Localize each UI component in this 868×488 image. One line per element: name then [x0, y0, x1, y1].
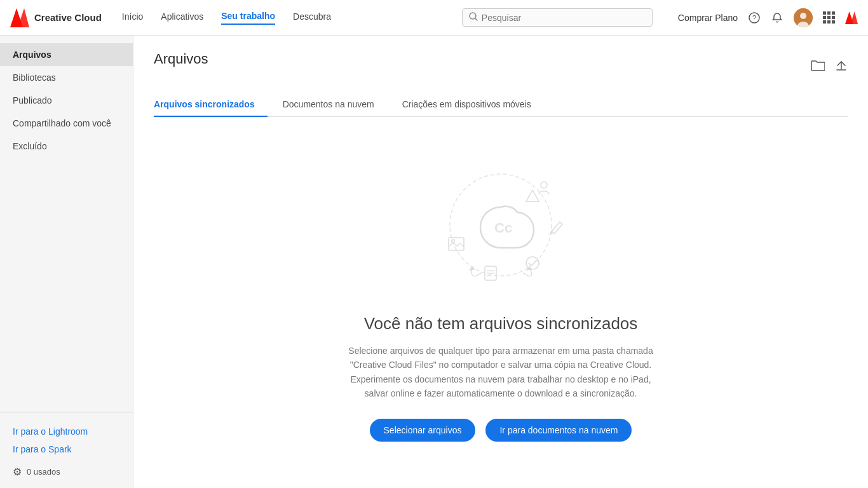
upload-icon[interactable] [835, 59, 848, 72]
svg-point-7 [800, 13, 806, 19]
lightroom-link[interactable]: Ir para o Lightroom [13, 423, 120, 440]
notification-icon[interactable] [771, 11, 783, 24]
sidebar-item-publicado[interactable]: Publicado [0, 89, 133, 112]
empty-title: Você não tem arquivos sincronizados [364, 314, 638, 334]
main-nav: Início Aplicativos Seu trabalho Descubra [122, 11, 331, 25]
sidebar-bottom: Ir para o Lightroom Ir para o Spark ⚙ 0 … [0, 412, 133, 488]
tab-arquivos-sincronizados[interactable]: Arquivos sincronizados [154, 93, 268, 117]
storage-label: 0 usados [27, 467, 60, 477]
storage-info: ⚙ 0 usados [13, 458, 120, 478]
adobe-icon[interactable] [845, 11, 858, 24]
nav-descubra[interactable]: Descubra [293, 11, 331, 24]
sidebar: Arquivos Bibliotecas Publicado Compartil… [0, 36, 133, 488]
avatar[interactable] [794, 8, 813, 27]
sidebar-item-arquivos[interactable]: Arquivos [0, 43, 133, 66]
empty-illustration: Cc [431, 155, 571, 295]
adobe-logo-icon [10, 8, 29, 27]
svg-line-3 [475, 18, 477, 20]
empty-actions: Selecionar arquivos Ir para documentos n… [370, 419, 632, 442]
brand-name: Creative Cloud [34, 12, 102, 23]
search-icon [469, 12, 478, 23]
svg-point-15 [541, 182, 547, 188]
logo-area[interactable]: Creative Cloud [10, 8, 102, 27]
buy-plan-link[interactable]: Comprar Plano [678, 13, 738, 23]
apps-grid-icon[interactable] [823, 11, 835, 24]
nav-inicio[interactable]: Início [122, 11, 143, 24]
svg-marker-14 [526, 190, 539, 201]
svg-marker-23 [469, 266, 475, 271]
gear-icon[interactable]: ⚙ [13, 466, 22, 478]
nav-aplicativos[interactable]: Aplicativos [161, 11, 203, 24]
tabs: Arquivos sincronizados Documentos na nuv… [154, 93, 848, 117]
sidebar-item-compartilhado[interactable]: Compartilhado com você [0, 112, 133, 135]
empty-description: Selecione arquivos de qualquer tipo para… [342, 344, 660, 401]
tab-documentos-nuvem[interactable]: Documentos na nuvem [283, 93, 387, 117]
page-title: Arquivos [154, 51, 208, 67]
tab-criacoes-dispositivos[interactable]: Criações em dispositivos móveis [402, 93, 544, 117]
svg-text:Cc: Cc [494, 220, 512, 236]
folder-icon[interactable] [811, 60, 825, 71]
select-files-button[interactable]: Selecionar arquivos [370, 419, 476, 442]
nav-seu-trabalho[interactable]: Seu trabalho [221, 11, 275, 25]
search-input[interactable] [482, 13, 646, 23]
help-icon[interactable]: ? [748, 11, 761, 24]
layout: Arquivos Bibliotecas Publicado Compartil… [0, 36, 868, 488]
search-bar[interactable] [462, 8, 653, 27]
sidebar-nav: Arquivos Bibliotecas Publicado Compartil… [0, 43, 133, 412]
sidebar-item-bibliotecas[interactable]: Bibliotecas [0, 66, 133, 89]
svg-text:?: ? [752, 14, 756, 22]
svg-rect-21 [449, 238, 464, 250]
spark-link[interactable]: Ir para o Spark [13, 440, 120, 458]
svg-point-20 [526, 257, 539, 269]
cloud-documents-button[interactable]: Ir para documentos na nuvem [485, 419, 632, 442]
header-right: Comprar Plano ? [678, 8, 858, 27]
sidebar-item-excluido[interactable]: Excluído [0, 135, 133, 158]
header: Creative Cloud Início Aplicativos Seu tr… [0, 0, 868, 36]
empty-state: Cc [154, 117, 848, 467]
main-content: Arquivos Arquivos sincronizados [133, 36, 868, 488]
